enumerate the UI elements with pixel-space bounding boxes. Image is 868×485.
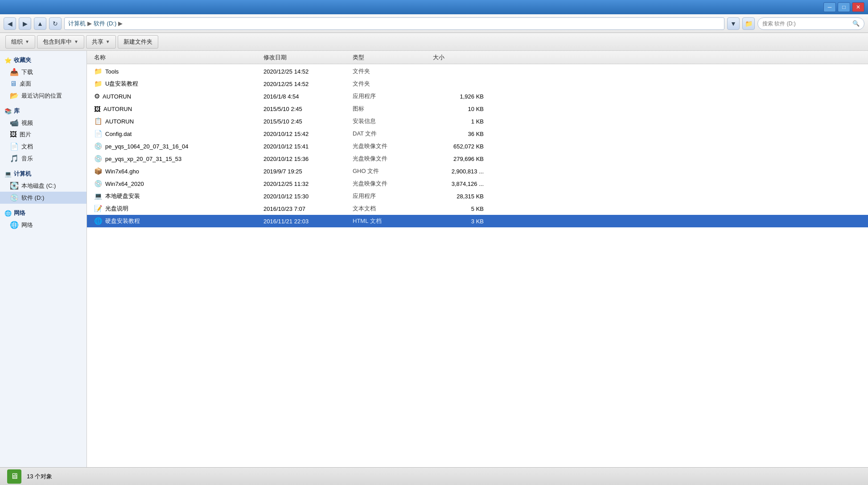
favorites-header[interactable]: ⭐ 收藏夹 <box>0 54 86 66</box>
file-modified-cell: 2020/10/12 15:41 <box>260 143 349 150</box>
table-row[interactable]: 📋 AUTORUN 2015/5/10 2:45 安装信息 1 KB <box>87 115 868 127</box>
file-name: pe_yqs_1064_20_07_31_16_04 <box>105 143 189 150</box>
refresh-button[interactable]: ↻ <box>49 17 62 30</box>
file-type-cell: GHO 文件 <box>349 167 429 175</box>
table-row[interactable]: ⚙ AUTORUN 2016/1/8 4:54 应用程序 1,926 KB <box>87 90 868 103</box>
file-name-cell: 💻 本地硬盘安装 <box>91 192 260 200</box>
file-modified: 2016/1/8 4:54 <box>263 93 299 100</box>
file-modified: 2015/5/10 2:45 <box>263 118 302 125</box>
table-row[interactable]: 🖼 AUTORUN 2015/5/10 2:45 图标 10 KB <box>87 103 868 115</box>
documents-icon: 📄 <box>10 142 19 151</box>
table-row[interactable]: 📁 Tools 2020/12/25 14:52 文件夹 <box>87 65 868 78</box>
new-folder-button[interactable]: 📁 <box>742 17 755 30</box>
table-row[interactable]: 💻 本地硬盘安装 2020/10/12 15:30 应用程序 28,315 KB <box>87 190 868 202</box>
breadcrumb-dropdown[interactable]: ▼ <box>727 17 740 30</box>
sidebar-item-videos[interactable]: 📹 视频 <box>0 117 86 129</box>
table-row[interactable]: 📦 Win7x64.gho 2019/9/7 19:25 GHO 文件 2,90… <box>87 165 868 177</box>
file-type: 光盘映像文件 <box>353 180 387 188</box>
network-item-label: 网络 <box>21 221 33 229</box>
sidebar-item-music[interactable]: 🎵 音乐 <box>0 152 86 164</box>
library-header[interactable]: 📚 库 <box>0 105 86 117</box>
file-type: 光盘映像文件 <box>353 142 387 150</box>
computer-header[interactable]: 💻 计算机 <box>0 168 86 180</box>
table-row[interactable]: 📁 U盘安装教程 2020/12/25 14:52 文件夹 <box>87 78 868 90</box>
file-type-cell: 文件夹 <box>349 67 429 75</box>
file-type-cell: 应用程序 <box>349 92 429 100</box>
file-name: AUTORUN <box>105 118 134 125</box>
sidebar-item-network[interactable]: 🌐 网络 <box>0 219 86 231</box>
file-size: 652,072 KB <box>453 143 484 150</box>
file-name: AUTORUN <box>103 93 131 100</box>
file-name-cell: 🌐 硬盘安装教程 <box>91 217 260 225</box>
file-modified-cell: 2015/5/10 2:45 <box>260 118 349 125</box>
file-name-cell: 💿 pe_yqs_xp_20_07_31_15_53 <box>91 155 260 163</box>
network-icon: 🌐 <box>10 221 19 229</box>
file-modified: 2020/12/25 11:32 <box>263 181 309 187</box>
file-type-cell: 应用程序 <box>349 192 429 200</box>
music-label: 音乐 <box>21 155 33 163</box>
sidebar-item-pictures[interactable]: 🖼 图片 <box>0 129 86 140</box>
file-type: DAT 文件 <box>353 130 377 138</box>
file-modified: 2020/10/12 15:30 <box>263 193 309 200</box>
sidebar-item-downloads[interactable]: 📥 下载 <box>0 66 86 78</box>
documents-label: 文档 <box>21 143 33 151</box>
file-name-cell: 💿 pe_yqs_1064_20_07_31_16_04 <box>91 142 260 150</box>
pictures-label: 图片 <box>20 131 31 139</box>
minimize-button[interactable]: ─ <box>823 2 836 12</box>
videos-icon: 📹 <box>10 119 19 127</box>
recent-label: 最近访问的位置 <box>21 92 62 100</box>
col-name[interactable]: 名称 <box>91 53 260 62</box>
table-row[interactable]: 🌐 硬盘安装教程 2016/11/21 22:03 HTML 文档 3 KB <box>87 215 868 227</box>
file-area: 名称 修改日期 类型 大小 📁 Tools 2020/12/25 14:52 文… <box>87 51 868 467</box>
network-label: 网络 <box>14 209 25 217</box>
status-count: 13 个对象 <box>27 473 52 481</box>
table-row[interactable]: 📝 光盘说明 2016/10/23 7:07 文本文档 5 KB <box>87 202 868 215</box>
file-modified-cell: 2019/9/7 19:25 <box>260 168 349 175</box>
forward-button[interactable]: ▶ <box>19 17 31 30</box>
include-button[interactable]: 包含到库中 ▼ <box>37 35 84 49</box>
file-modified-cell: 2020/10/12 15:30 <box>260 193 349 200</box>
col-type[interactable]: 类型 <box>349 53 429 62</box>
table-row[interactable]: 💿 Win7x64_2020 2020/12/25 11:32 光盘映像文件 3… <box>87 177 868 190</box>
organize-button[interactable]: 组织 ▼ <box>5 35 35 49</box>
sidebar-item-desktop[interactable]: 🖥 桌面 <box>0 78 86 90</box>
file-type-cell: 光盘映像文件 <box>349 180 429 188</box>
file-name-cell: 📄 Config.dat <box>91 130 260 138</box>
file-type-cell: 光盘映像文件 <box>349 155 429 163</box>
back-button[interactable]: ◀ <box>4 17 16 30</box>
table-row[interactable]: 📄 Config.dat 2020/10/12 15:42 DAT 文件 36 … <box>87 127 868 140</box>
file-modified-cell: 2016/11/21 22:03 <box>260 218 349 225</box>
network-header[interactable]: 🌐 网络 <box>0 207 86 219</box>
breadcrumb-computer[interactable]: 计算机 <box>68 20 86 28</box>
search-input[interactable] <box>762 21 852 27</box>
col-modified[interactable]: 修改日期 <box>260 53 349 62</box>
sidebar-item-c-drive[interactable]: 💽 本地磁盘 (C:) <box>0 180 86 192</box>
sidebar-section-network: 🌐 网络 🌐 网络 <box>0 207 86 231</box>
pictures-icon: 🖼 <box>10 131 17 139</box>
file-type: 文件夹 <box>353 80 370 88</box>
table-row[interactable]: 💿 pe_yqs_1064_20_07_31_16_04 2020/10/12 … <box>87 140 868 152</box>
file-type: 文件夹 <box>353 67 370 75</box>
up-button[interactable]: ▲ <box>34 17 46 30</box>
table-row[interactable]: 💿 pe_yqs_xp_20_07_31_15_53 2020/10/12 15… <box>87 152 868 165</box>
sidebar-item-recent[interactable]: 📂 最近访问的位置 <box>0 90 86 102</box>
title-bar-buttons: ─ □ ✕ <box>823 2 864 12</box>
file-size: 10 KB <box>468 106 484 112</box>
share-label: 共享 <box>92 38 103 46</box>
toolbar: 组织 ▼ 包含到库中 ▼ 共享 ▼ 新建文件夹 <box>0 33 868 51</box>
maximize-button[interactable]: □ <box>838 2 850 12</box>
share-button[interactable]: 共享 ▼ <box>86 35 116 49</box>
c-drive-label: 本地磁盘 (C:) <box>21 182 56 190</box>
file-name: Win7x64.gho <box>105 168 139 175</box>
close-button[interactable]: ✕ <box>852 2 864 12</box>
breadcrumb-drive[interactable]: 软件 (D:) <box>94 20 116 28</box>
title-bar: ─ □ ✕ <box>0 0 868 14</box>
file-icon: 📦 <box>94 167 103 175</box>
file-modified-cell: 2015/5/10 2:45 <box>260 106 349 112</box>
file-size-cell: 10 KB <box>429 106 487 112</box>
sidebar-item-documents[interactable]: 📄 文档 <box>0 140 86 152</box>
col-size[interactable]: 大小 <box>429 53 487 62</box>
new-folder-toolbar-button[interactable]: 新建文件夹 <box>118 35 158 49</box>
file-name-cell: 📝 光盘说明 <box>91 205 260 213</box>
sidebar-item-d-drive[interactable]: 💿 软件 (D:) <box>0 192 86 204</box>
